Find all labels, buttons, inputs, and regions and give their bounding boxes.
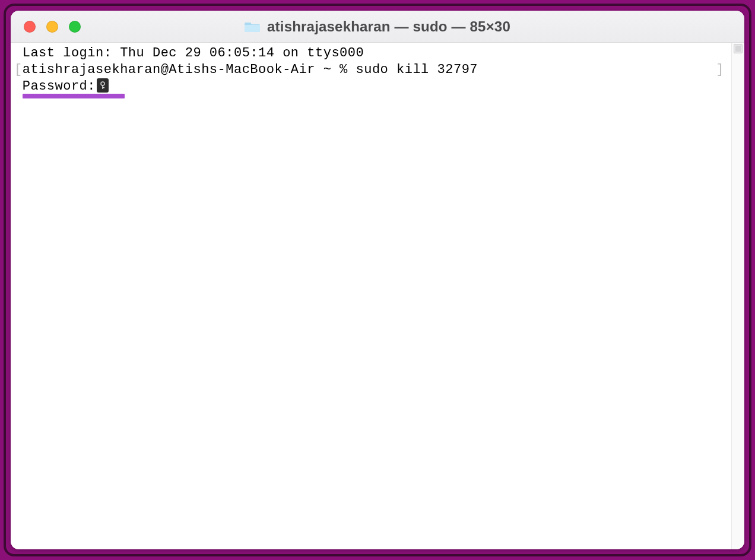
window-title: atishrajasekharan — sudo — 85×30: [267, 18, 510, 35]
highlight-underline: [23, 94, 125, 98]
last-login-text: Last login: Thu Dec 29 06:05:14 on ttys0…: [23, 46, 364, 61]
minimize-button[interactable]: [46, 21, 58, 33]
svg-rect-2: [102, 87, 104, 88]
title-wrap: atishrajasekharan — sudo — 85×30: [11, 18, 744, 35]
svg-point-0: [101, 82, 104, 85]
last-login-line: Last login: Thu Dec 29 06:05:14 on ttys0…: [14, 45, 728, 62]
command-text: sudo kill 32797: [356, 62, 478, 77]
open-bracket: [: [14, 62, 23, 77]
content-area: Last login: Thu Dec 29 06:05:14 on ttys0…: [11, 43, 744, 549]
terminal-output[interactable]: Last login: Thu Dec 29 06:05:14 on ttys0…: [11, 43, 731, 549]
titlebar: atishrajasekharan — sudo — 85×30: [11, 11, 744, 43]
password-label: Password:: [23, 78, 96, 95]
scrollbar[interactable]: [731, 43, 744, 549]
maximize-button[interactable]: [69, 21, 81, 33]
scrollbar-thumb[interactable]: [734, 44, 743, 53]
close-button[interactable]: [24, 21, 36, 33]
key-icon: [97, 78, 109, 93]
close-bracket: ]: [716, 62, 728, 78]
traffic-lights: [11, 21, 81, 33]
terminal-window: atishrajasekharan — sudo — 85×30 Last lo…: [11, 11, 744, 549]
command-line: [atishrajasekharan@Atishs-MacBook-Air ~ …: [14, 62, 728, 78]
folder-icon: [245, 21, 260, 33]
shell-prompt: atishrajasekharan@Atishs-MacBook-Air ~ %: [23, 62, 356, 77]
svg-rect-1: [102, 85, 103, 89]
password-line: Password:: [14, 78, 728, 95]
